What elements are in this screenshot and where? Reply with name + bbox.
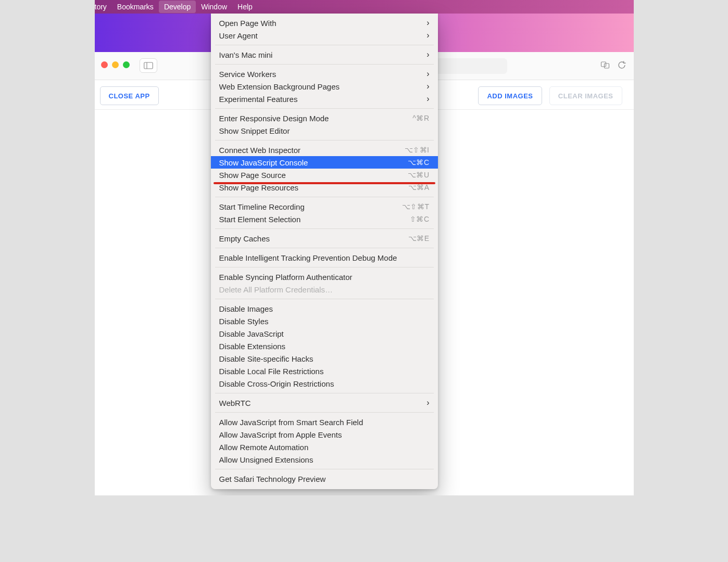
menu-item-enter-responsive-design-mode[interactable]: Enter Responsive Design Mode^⌘R bbox=[211, 112, 438, 124]
develop-menu[interactable]: Open Page WithUser AgentIvan's Mac miniS… bbox=[211, 14, 438, 489]
menu-divider bbox=[215, 45, 434, 45]
menu-item-label: Disable Styles bbox=[219, 317, 430, 326]
menu-item-start-element-selection[interactable]: Start Element Selection⇧⌘C bbox=[211, 213, 438, 225]
menu-item-label: Connect Web Inspector bbox=[219, 146, 405, 155]
menu-item-disable-site-specific-hacks[interactable]: Disable Site-specific Hacks bbox=[211, 352, 438, 365]
svg-rect-3 bbox=[604, 63, 609, 68]
menu-item-disable-local-file-restrictions[interactable]: Disable Local File Restrictions bbox=[211, 365, 438, 377]
menu-item-label: Delete All Platform Credentials… bbox=[219, 285, 430, 294]
menu-item-label: Open Page With bbox=[219, 19, 427, 28]
menu-item-webrtc[interactable]: WebRTC bbox=[211, 397, 438, 409]
menubar-item-help[interactable]: Help bbox=[232, 1, 258, 13]
menu-item-shortcut: ⌥⌘A bbox=[408, 183, 430, 191]
window-controls bbox=[101, 61, 130, 68]
zoom-window-button[interactable] bbox=[123, 61, 130, 68]
menu-item-label: Disable Local File Restrictions bbox=[219, 367, 430, 376]
minimize-window-button[interactable] bbox=[112, 61, 119, 68]
menu-item-experimental-features[interactable]: Experimental Features bbox=[211, 93, 438, 105]
menu-item-disable-javascript[interactable]: Disable JavaScript bbox=[211, 327, 438, 340]
menu-item-label: User Agent bbox=[219, 31, 427, 40]
menu-divider bbox=[215, 108, 434, 109]
menu-item-service-workers[interactable]: Service Workers bbox=[211, 68, 438, 80]
menu-item-label: Disable Cross-Origin Restrictions bbox=[219, 379, 430, 388]
sidebar-toggle-button[interactable] bbox=[140, 58, 157, 73]
menu-divider bbox=[215, 393, 434, 393]
menu-item-show-snippet-editor[interactable]: Show Snippet Editor bbox=[211, 124, 438, 137]
menu-item-label: Start Timeline Recording bbox=[219, 202, 402, 211]
menu-item-label: Experimental Features bbox=[219, 95, 427, 104]
menu-item-disable-images[interactable]: Disable Images bbox=[211, 302, 438, 315]
translate-icon[interactable] bbox=[600, 60, 610, 70]
menu-item-label: Enable Intelligent Tracking Prevention D… bbox=[219, 253, 430, 262]
menu-item-user-agent[interactable]: User Agent bbox=[211, 29, 438, 42]
menu-item-label: Service Workers bbox=[219, 70, 427, 79]
menu-divider bbox=[215, 299, 434, 299]
menu-item-label: WebRTC bbox=[219, 399, 427, 407]
menu-item-label: Allow Unsigned Extensions bbox=[219, 455, 430, 464]
svg-rect-0 bbox=[144, 62, 153, 69]
menu-item-label: Allow Remote Automation bbox=[219, 443, 430, 452]
menu-item-disable-extensions[interactable]: Disable Extensions bbox=[211, 340, 438, 352]
menu-divider bbox=[215, 267, 434, 267]
menu-item-get-safari-technology-preview[interactable]: Get Safari Technology Preview bbox=[211, 472, 438, 485]
menu-item-shortcut: ⌥⌘E bbox=[408, 234, 430, 242]
menu-divider bbox=[215, 248, 434, 248]
annotation-underline bbox=[214, 182, 435, 184]
menu-item-label: Get Safari Technology Preview bbox=[219, 475, 430, 483]
menu-item-label: Show Snippet Editor bbox=[219, 126, 430, 135]
menubar-item-window[interactable]: Window bbox=[196, 1, 232, 13]
menu-item-label: Disable Site-specific Hacks bbox=[219, 354, 430, 363]
add-images-button[interactable]: ADD IMAGES bbox=[478, 86, 542, 105]
menu-divider bbox=[215, 228, 434, 229]
menubar-item-bookmarks[interactable]: Bookmarks bbox=[112, 1, 159, 13]
menu-item-label: Show Page Source bbox=[219, 171, 408, 180]
menu-item-enable-intelligent-tracking-prevention-debug-mode[interactable]: Enable Intelligent Tracking Prevention D… bbox=[211, 251, 438, 264]
menu-item-label: Disable Images bbox=[219, 304, 430, 313]
menu-item-label: Empty Caches bbox=[219, 234, 408, 243]
menu-item-allow-javascript-from-apple-events[interactable]: Allow JavaScript from Apple Events bbox=[211, 428, 438, 441]
menu-item-web-extension-background-pages[interactable]: Web Extension Background Pages bbox=[211, 80, 438, 93]
menu-item-show-page-source[interactable]: Show Page Source⌥⌘U bbox=[211, 169, 438, 181]
menu-divider bbox=[215, 469, 434, 469]
menu-item-label: Enable Syncing Platform Authenticator bbox=[219, 273, 430, 282]
menu-item-shortcut: ⇧⌘C bbox=[410, 215, 430, 223]
menu-item-shortcut: ⌥⌘C bbox=[408, 158, 430, 167]
menu-item-connect-web-inspector[interactable]: Connect Web Inspector⌥⇧⌘I bbox=[211, 144, 438, 156]
svg-rect-2 bbox=[601, 62, 606, 67]
menubar-item-history[interactable]: tory bbox=[95, 1, 112, 13]
menu-item-allow-unsigned-extensions[interactable]: Allow Unsigned Extensions bbox=[211, 453, 438, 466]
menu-item-label: Show JavaScript Console bbox=[219, 158, 408, 167]
menu-item-shortcut: ^⌘R bbox=[412, 114, 429, 122]
menu-item-label: Enter Responsive Design Mode bbox=[219, 114, 413, 123]
menu-item-start-timeline-recording[interactable]: Start Timeline Recording⌥⇧⌘T bbox=[211, 200, 438, 213]
menu-item-label: Allow JavaScript from Apple Events bbox=[219, 430, 430, 439]
menu-item-ivan-s-mac-mini[interactable]: Ivan's Mac mini bbox=[211, 48, 438, 61]
menu-item-allow-javascript-from-smart-search-field[interactable]: Allow JavaScript from Smart Search Field bbox=[211, 416, 438, 428]
menu-item-disable-styles[interactable]: Disable Styles bbox=[211, 315, 438, 327]
menu-item-disable-cross-origin-restrictions[interactable]: Disable Cross-Origin Restrictions bbox=[211, 377, 438, 390]
menu-item-open-page-with[interactable]: Open Page With bbox=[211, 17, 438, 29]
menu-item-enable-syncing-platform-authenticator[interactable]: Enable Syncing Platform Authenticator bbox=[211, 271, 438, 283]
menu-item-label: Disable Extensions bbox=[219, 342, 430, 351]
menu-item-shortcut: ⌥⇧⌘I bbox=[405, 146, 430, 154]
clear-images-button[interactable]: CLEAR IMAGES bbox=[549, 86, 622, 105]
menu-item-empty-caches[interactable]: Empty Caches⌥⌘E bbox=[211, 232, 438, 245]
menu-item-label: Allow JavaScript from Smart Search Field bbox=[219, 418, 430, 427]
reload-icon[interactable] bbox=[617, 60, 626, 70]
menubar-item-develop[interactable]: Develop bbox=[159, 1, 196, 13]
menu-divider bbox=[215, 64, 434, 65]
menu-divider bbox=[215, 197, 434, 197]
menu-divider bbox=[215, 140, 434, 140]
menu-item-label: Show Page Resources bbox=[219, 183, 408, 192]
menu-item-label: Ivan's Mac mini bbox=[219, 50, 427, 59]
menu-item-shortcut: ⌥⌘U bbox=[408, 171, 430, 179]
menu-item-show-javascript-console[interactable]: Show JavaScript Console⌥⌘C bbox=[211, 156, 438, 169]
macos-menubar: tory Bookmarks Develop Window Help bbox=[95, 0, 634, 14]
menu-item-shortcut: ⌥⇧⌘T bbox=[402, 202, 430, 211]
menu-item-label: Web Extension Background Pages bbox=[219, 82, 427, 91]
toolbar-right bbox=[600, 60, 626, 70]
close-app-button[interactable]: CLOSE APP bbox=[100, 86, 159, 105]
close-window-button[interactable] bbox=[101, 61, 108, 68]
menu-item-allow-remote-automation[interactable]: Allow Remote Automation bbox=[211, 441, 438, 453]
menu-item-label: Start Element Selection bbox=[219, 215, 410, 224]
